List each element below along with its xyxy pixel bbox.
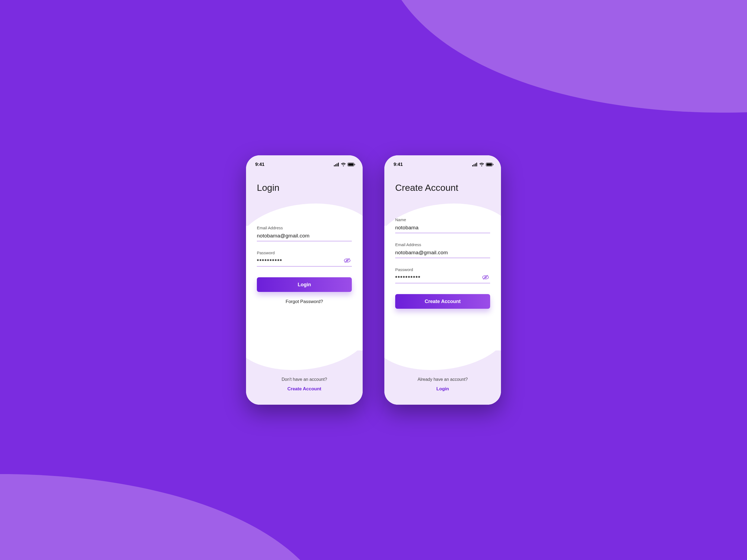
battery-icon [486, 163, 493, 166]
wifi-icon [341, 163, 346, 166]
cellular-icon [472, 163, 478, 166]
login-link[interactable]: Login [384, 386, 501, 392]
svg-rect-11 [473, 164, 474, 166]
wifi-icon [479, 163, 484, 166]
svg-rect-12 [475, 163, 476, 166]
signup-form: Name Email Address Password [384, 217, 501, 377]
create-account-link[interactable]: Create Account [246, 386, 363, 392]
login-form: Email Address Password Login Forgot Pa [246, 225, 363, 377]
password-label: Password [395, 267, 490, 272]
password-field-group: Password [257, 250, 352, 266]
password-input[interactable] [395, 275, 481, 281]
page-title: Login [246, 169, 363, 193]
svg-rect-13 [476, 163, 477, 166]
page-title: Create Account [384, 169, 501, 193]
stage: 9:41 Login Email Address [0, 0, 747, 560]
signup-footer: Already have an account? Login [384, 377, 501, 405]
svg-rect-0 [334, 165, 335, 166]
status-bar: 9:41 [384, 155, 501, 169]
svg-rect-15 [487, 163, 492, 166]
email-field-group: Email Address [395, 242, 490, 258]
toggle-password-visibility-button[interactable] [342, 258, 352, 264]
svg-rect-16 [493, 164, 493, 165]
eye-off-icon [482, 277, 489, 281]
svg-rect-1 [335, 164, 336, 166]
name-input[interactable] [395, 225, 490, 231]
phone-login: 9:41 Login Email Address [246, 155, 363, 405]
footer-question: Don't have an account? [246, 377, 363, 382]
login-button[interactable]: Login [257, 277, 352, 292]
email-label: Email Address [257, 225, 352, 230]
svg-rect-3 [338, 163, 339, 166]
cellular-icon [334, 163, 339, 166]
create-account-button[interactable]: Create Account [395, 294, 490, 309]
eye-off-icon [344, 260, 351, 264]
svg-rect-10 [472, 165, 473, 166]
email-input[interactable] [395, 250, 490, 256]
login-footer: Don't have an account? Create Account [246, 377, 363, 405]
email-input[interactable] [257, 233, 352, 239]
password-field-group: Password [395, 267, 490, 283]
battery-icon [347, 163, 355, 166]
name-field-group: Name [395, 217, 490, 233]
svg-rect-6 [355, 164, 355, 165]
footer-question: Already have an account? [384, 377, 501, 382]
svg-rect-2 [337, 163, 337, 166]
email-field-group: Email Address [257, 225, 352, 241]
status-time: 9:41 [393, 162, 403, 167]
name-label: Name [395, 217, 490, 222]
forgot-password-link[interactable]: Forgot Password? [257, 299, 352, 304]
password-input[interactable] [257, 258, 342, 264]
phone-signup: 9:41 Create Account Name [384, 155, 501, 405]
svg-rect-5 [348, 163, 354, 166]
email-label: Email Address [395, 242, 490, 247]
status-bar: 9:41 [246, 155, 363, 169]
password-label: Password [257, 250, 352, 255]
toggle-password-visibility-button[interactable] [481, 274, 490, 281]
status-time: 9:41 [255, 162, 264, 167]
